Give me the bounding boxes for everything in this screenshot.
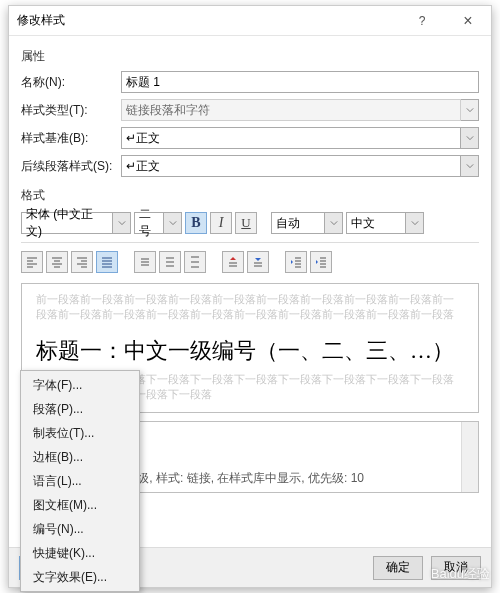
base-label: 样式基准(B): bbox=[21, 130, 121, 147]
scrollbar[interactable] bbox=[461, 422, 478, 492]
name-label: 名称(N): bbox=[21, 74, 121, 91]
titlebar: 修改样式 ? × bbox=[9, 6, 491, 36]
next-label: 后续段落样式(S): bbox=[21, 158, 121, 175]
close-button[interactable]: × bbox=[445, 6, 491, 36]
preview-heading: 标题一：中文一级编号（一、二、三、…） bbox=[36, 336, 464, 366]
type-select[interactable]: 链接段落和字符 bbox=[121, 99, 461, 121]
inc-before-button[interactable] bbox=[222, 251, 244, 273]
menu-shortcut[interactable]: 快捷键(K)... bbox=[23, 541, 137, 565]
chevron-down-icon[interactable] bbox=[406, 212, 424, 234]
chevron-down-icon[interactable] bbox=[113, 212, 131, 234]
preview-ghost-top: 前一段落前一段落前一段落前一段落前一段落前一段落前一段落前一段落前一段落前一段落… bbox=[36, 292, 464, 322]
menu-texteffect[interactable]: 文字效果(E)... bbox=[23, 565, 137, 589]
spacing-2-button[interactable] bbox=[184, 251, 206, 273]
help-button[interactable]: ? bbox=[399, 6, 445, 36]
align-left-button[interactable] bbox=[21, 251, 43, 273]
section-format: 格式 bbox=[21, 187, 479, 204]
menu-border[interactable]: 边框(B)... bbox=[23, 445, 137, 469]
base-dropdown-icon[interactable] bbox=[461, 127, 479, 149]
name-input[interactable] bbox=[121, 71, 479, 93]
dec-before-button[interactable] bbox=[247, 251, 269, 273]
spacing-15-button[interactable] bbox=[159, 251, 181, 273]
align-right-button[interactable] bbox=[71, 251, 93, 273]
size-combo[interactable]: 二号 bbox=[134, 212, 182, 234]
bold-button[interactable]: B bbox=[185, 212, 207, 234]
base-select[interactable]: ↵正文 bbox=[121, 127, 461, 149]
format-menu: 字体(F)... 段落(P)... 制表位(T)... 边框(B)... 语言(… bbox=[20, 370, 140, 592]
section-properties: 属性 bbox=[21, 48, 479, 65]
window-title: 修改样式 bbox=[17, 12, 399, 29]
align-justify-button[interactable] bbox=[96, 251, 118, 273]
type-label: 样式类型(T): bbox=[21, 102, 121, 119]
type-dropdown-icon[interactable] bbox=[461, 99, 479, 121]
dec-indent-button[interactable] bbox=[285, 251, 307, 273]
align-center-button[interactable] bbox=[46, 251, 68, 273]
menu-paragraph[interactable]: 段落(P)... bbox=[23, 397, 137, 421]
ok-button[interactable]: 确定 bbox=[373, 556, 423, 580]
close-icon: × bbox=[463, 12, 472, 30]
lang-combo[interactable]: 中文 bbox=[346, 212, 424, 234]
cancel-button[interactable]: 取消 bbox=[431, 556, 481, 580]
underline-button[interactable]: U bbox=[235, 212, 257, 234]
menu-language[interactable]: 语言(L)... bbox=[23, 469, 137, 493]
chevron-down-icon[interactable] bbox=[325, 212, 343, 234]
next-select[interactable]: ↵正文 bbox=[121, 155, 461, 177]
color-combo[interactable]: 自动 bbox=[271, 212, 343, 234]
inc-indent-button[interactable] bbox=[310, 251, 332, 273]
menu-frame[interactable]: 图文框(M)... bbox=[23, 493, 137, 517]
spacing-1-button[interactable] bbox=[134, 251, 156, 273]
chevron-down-icon[interactable] bbox=[164, 212, 182, 234]
font-combo[interactable]: 宋体 (中文正文) bbox=[21, 212, 131, 234]
next-dropdown-icon[interactable] bbox=[461, 155, 479, 177]
paragraph-toolbar bbox=[21, 251, 479, 273]
menu-font[interactable]: 字体(F)... bbox=[23, 373, 137, 397]
menu-tabs[interactable]: 制表位(T)... bbox=[23, 421, 137, 445]
italic-button[interactable]: I bbox=[210, 212, 232, 234]
menu-numbering[interactable]: 编号(N)... bbox=[23, 517, 137, 541]
format-toolbar: 宋体 (中文正文) 二号 B I U 自动 中文 bbox=[21, 212, 479, 234]
